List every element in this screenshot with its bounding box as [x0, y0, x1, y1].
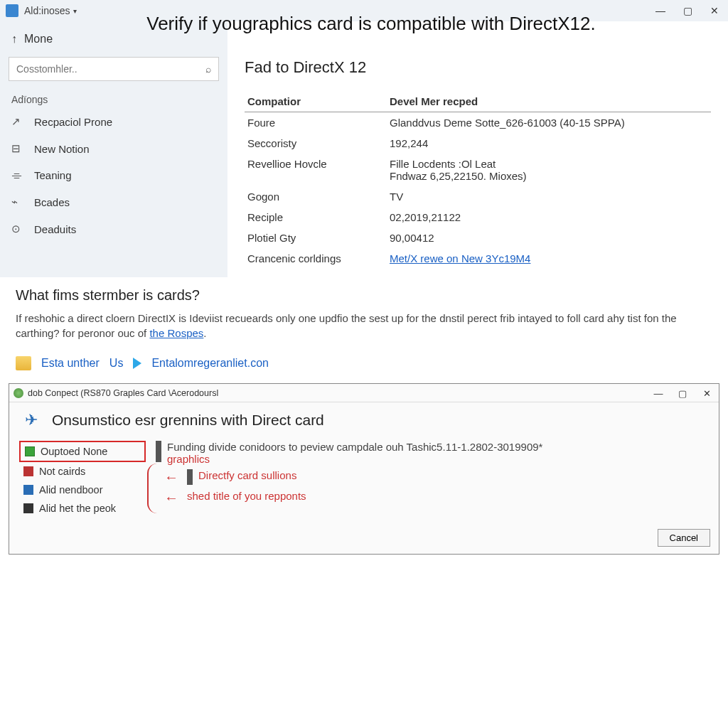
plane-icon: ✈	[21, 410, 42, 431]
close-button[interactable]: ✕	[701, 0, 728, 21]
link-row: Esta unther Us Entalomregeranliet.con	[0, 350, 728, 380]
pen-icon: ⌁	[11, 196, 26, 208]
tool-heading: Onsumstico esr grennins with Direct card	[52, 412, 324, 429]
tool-list-item-2[interactable]: Alid nendboor	[19, 481, 146, 499]
tool-footer: Cancel	[9, 525, 719, 554]
th-val: Devel Mer recped	[387, 91, 711, 112]
tool-minimize-button[interactable]: —	[646, 384, 670, 402]
clock-icon: ⊙	[11, 223, 26, 235]
tool-window-controls: — ▢ ✕	[646, 384, 719, 402]
th-key: Compatior	[245, 91, 387, 112]
paragraph-block: What fims stermber is cards? If reshohic…	[0, 277, 728, 350]
content-pane: Fad to DirectX 12 Compatior Devel Mer re…	[228, 21, 728, 277]
content-heading: Fad to DirectX 12	[245, 58, 711, 77]
tool-title: dob Conpect (RS870 Graples Card \Acerodo…	[28, 388, 218, 398]
sidebar-item-1[interactable]: ⊟New Notion	[0, 135, 228, 162]
tool-list-item-3[interactable]: Alid het the peok	[19, 499, 146, 518]
property-table: Compatior Devel Mer recped FoureGlanddvu…	[245, 91, 711, 269]
cancel-button[interactable]: Cancel	[658, 529, 710, 547]
tool-window: dob Conpect (RS870 Graples Card \Acerodo…	[9, 383, 719, 555]
bar-icon	[156, 441, 161, 462]
table-row: GogonTV	[245, 186, 711, 207]
square-icon: ⊟	[11, 142, 26, 155]
section-label: Adïongs	[0, 87, 228, 108]
table-row: Reciple02,2019,21122	[245, 207, 711, 228]
search-input[interactable]	[16, 63, 205, 75]
arrow-left-icon: ←	[164, 490, 178, 506]
up-arrow-icon: ↑	[11, 33, 17, 46]
status-icon-red	[23, 466, 33, 476]
sidebar-item-3[interactable]: ⌁Bcades	[0, 188, 228, 215]
table-row: Revellioe HovcleFille Locdents :Ol Leat …	[245, 154, 711, 186]
tool-title-bar: dob Conpect (RS870 Graples Card \Acerodo…	[9, 384, 719, 402]
arrow-left-icon: ←	[164, 469, 178, 486]
search-icon[interactable]: ⌕	[205, 63, 211, 75]
tool-header: ✈ Onsumstico esr grennins with Direct ca…	[9, 402, 719, 438]
paragraph-heading: What fims stermber is cards?	[16, 287, 712, 304]
curve-annotation	[147, 464, 160, 513]
link-c[interactable]: Entalomregeranliet.con	[151, 357, 269, 370]
tool-list: Ouptoed None Not cairds Alid nendboor Al…	[19, 441, 146, 518]
table-row: Seccoristy192,244	[245, 133, 711, 154]
edit-icon: ↗	[11, 115, 26, 128]
table-row: FoureGlanddvus Deme Sotte_626-61003 (40-…	[245, 112, 711, 134]
tool-app-icon	[14, 388, 23, 398]
sidebar-item-4[interactable]: ⊙Deaduits	[0, 215, 228, 242]
tool-maximize-button[interactable]: ▢	[670, 384, 695, 402]
status-icon-blue	[23, 485, 33, 495]
app-icon	[6, 4, 18, 17]
sidebar-item-0[interactable]: ↗Recpaciol Prone	[0, 108, 228, 135]
play-icon	[133, 358, 141, 369]
status-icon-green	[25, 446, 35, 456]
tool-list-item-1[interactable]: Not cairds	[19, 462, 146, 481]
overlay-heading: Verify if yougraphics card is compatible…	[57, 13, 685, 35]
link-cell[interactable]: Met/X rewe on New 3Yc19M4	[390, 252, 530, 264]
table-row: Plotiel Gty90,00412	[245, 228, 711, 248]
tool-description: Funding divide conidoors to peview campd…	[156, 441, 709, 518]
tool-close-button[interactable]: ✕	[695, 384, 719, 402]
home-label: Mone	[24, 33, 53, 46]
tool-list-item-0[interactable]: Ouptoed None	[19, 441, 146, 462]
search-box[interactable]: ⌕	[9, 57, 219, 81]
link-b[interactable]: Us	[109, 357, 124, 370]
sidebar: ↑ Mone ⌕ Adïongs ↗Recpaciol Prone ⊟New N…	[0, 21, 228, 277]
status-icon-dark	[23, 503, 33, 513]
sidebar-item-2[interactable]: ⌯Teaning	[0, 162, 228, 188]
bar-icon	[187, 469, 193, 485]
note-1: Directfy card sullions	[198, 469, 296, 481]
table-row: Crancenic corldingsMet/X rewe on New 3Yc…	[245, 248, 711, 269]
paragraph-link[interactable]: the Rospes	[149, 327, 203, 339]
note-2: shed title of you repponts	[187, 490, 306, 502]
link-a[interactable]: Esta unther	[41, 357, 100, 370]
folder-icon	[16, 356, 31, 370]
person-icon: ⌯	[11, 169, 26, 181]
paragraph-body: If reshohic a direct cloern DirectIX is …	[16, 311, 712, 341]
